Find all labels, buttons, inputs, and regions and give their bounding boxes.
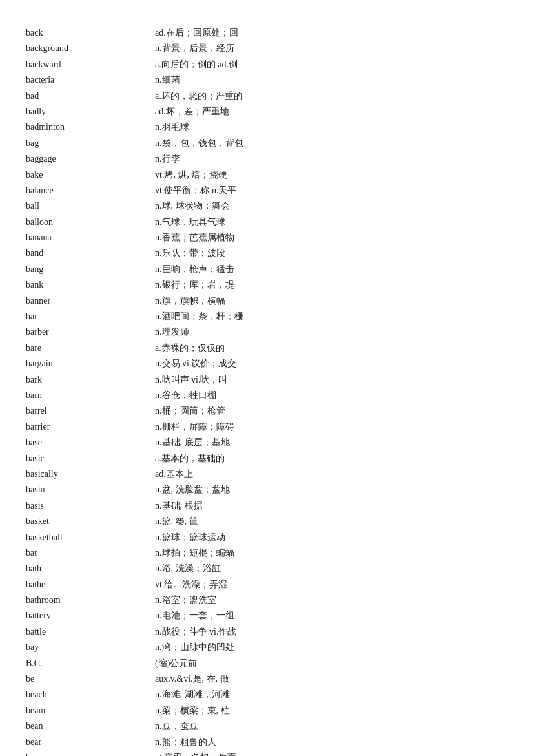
entry-word: barber bbox=[26, 325, 155, 339]
list-item: barreln.桶；圆筒；枪管 bbox=[26, 404, 508, 418]
entry-word: bargain bbox=[26, 357, 155, 371]
entry-definition: vt.使平衡；称 n.天平 bbox=[155, 184, 508, 198]
list-item: beaux.v.&vi.是, 在, 做 bbox=[26, 672, 508, 686]
entry-definition: n.桶；圆筒；枪管 bbox=[155, 404, 508, 418]
list-item: battlen.战役；斗争 vi.作战 bbox=[26, 625, 508, 639]
entry-word: bay bbox=[26, 640, 155, 655]
entry-word: beam bbox=[26, 704, 155, 718]
list-item: barbern.理发师 bbox=[26, 325, 508, 339]
entry-definition: n.基础, 根据 bbox=[155, 499, 508, 513]
list-item: barea.赤裸的；仅仅的 bbox=[26, 341, 508, 355]
entry-definition: n.谷仓；牲口棚 bbox=[155, 388, 508, 403]
list-item: beann.豆，蚕豆 bbox=[26, 719, 508, 733]
entry-word: banana bbox=[26, 231, 155, 245]
entry-word: bean bbox=[26, 719, 155, 733]
entry-definition: n.酒吧间；条，杆；栅 bbox=[155, 310, 508, 324]
entry-word: badminton bbox=[26, 120, 155, 134]
list-item: balln.球, 球状物；舞会 bbox=[26, 199, 508, 213]
entry-definition: a.基本的，基础的 bbox=[155, 452, 508, 466]
list-item: barkn.吠叫声 vi.吠，叫 bbox=[26, 373, 508, 387]
entry-definition: n.理发师 bbox=[155, 325, 508, 339]
entry-definition: ad.在后；回原处；回 bbox=[155, 26, 508, 40]
list-item: basen.基础, 底层；基地 bbox=[26, 436, 508, 450]
list-item: basinn.盆, 洗脸盆；盆地 bbox=[26, 483, 508, 497]
entry-definition: n.战役；斗争 vi.作战 bbox=[155, 625, 508, 639]
entry-word: bacteria bbox=[26, 73, 155, 87]
list-item: batn.球拍；短棍；蝙蝠 bbox=[26, 546, 508, 560]
entry-word: basically bbox=[26, 467, 155, 481]
entry-word: basis bbox=[26, 499, 155, 513]
entry-definition: n.电池；一套，一组 bbox=[155, 609, 508, 623]
list-item: backad.在后；回原处；回 bbox=[26, 26, 508, 40]
entry-word: bear bbox=[26, 735, 155, 750]
list-item: barnn.谷仓；牲口棚 bbox=[26, 388, 508, 403]
entry-word: baggage bbox=[26, 152, 155, 166]
entry-definition: n.熊；粗鲁的人 bbox=[155, 735, 508, 750]
list-item: bathn.浴, 洗澡；浴缸 bbox=[26, 562, 508, 576]
entry-word: bad bbox=[26, 89, 155, 103]
list-item: B.C.(缩)公元前 bbox=[26, 656, 508, 671]
entry-word: background bbox=[26, 41, 155, 56]
entry-word: basket bbox=[26, 514, 155, 529]
list-item: beamn.梁；横梁；束, 柱 bbox=[26, 704, 508, 718]
list-item: bargainn.交易 vi.议价；成交 bbox=[26, 357, 508, 371]
entry-definition: n.羽毛球 bbox=[155, 120, 508, 134]
entry-definition: n.豆，蚕豆 bbox=[155, 719, 508, 733]
list-item: bakevt.烤, 烘, 焙；烧硬 bbox=[26, 168, 508, 182]
entry-word: bear bbox=[26, 751, 155, 756]
entry-word: be bbox=[26, 672, 155, 686]
entry-word: basin bbox=[26, 483, 155, 497]
list-item: basica.基本的，基础的 bbox=[26, 452, 508, 466]
entry-word: barn bbox=[26, 388, 155, 403]
entry-word: battle bbox=[26, 625, 155, 639]
list-item: balloonn.气球，玩具气球 bbox=[26, 215, 508, 229]
entry-definition: a.向后的；倒的 ad.倒 bbox=[155, 58, 508, 72]
list-item: balancevt.使平衡；称 n.天平 bbox=[26, 184, 508, 198]
entry-word: bake bbox=[26, 168, 155, 182]
entry-word: bat bbox=[26, 546, 155, 560]
entry-definition: n.香蕉；芭蕉属植物 bbox=[155, 231, 508, 245]
entry-word: bag bbox=[26, 136, 155, 151]
entry-definition: n.吠叫声 vi.吠，叫 bbox=[155, 373, 508, 387]
list-item: backwarda.向后的；倒的 ad.倒 bbox=[26, 58, 508, 72]
list-item: bangn.巨响，枪声；猛击 bbox=[26, 262, 508, 277]
entry-definition: n.乐队；带；波段 bbox=[155, 246, 508, 260]
entry-definition: aux.v.&vi.是, 在, 做 bbox=[155, 672, 508, 686]
entry-word: badly bbox=[26, 105, 155, 119]
list-item: bathevt.给…洗澡；弄湿 bbox=[26, 578, 508, 592]
list-item: bandn.乐队；带；波段 bbox=[26, 246, 508, 260]
list-item: bagn.袋，包，钱包，背包 bbox=[26, 136, 508, 151]
entry-word: beach bbox=[26, 688, 155, 702]
list-item: basketballn.篮球；篮球运动 bbox=[26, 530, 508, 545]
entry-definition: n.基础, 底层；基地 bbox=[155, 436, 508, 450]
entry-definition: n.篮球；篮球运动 bbox=[155, 530, 508, 545]
list-item: bannern.旗，旗帜，横幅 bbox=[26, 294, 508, 308]
entry-word: ball bbox=[26, 199, 155, 213]
entry-word: base bbox=[26, 436, 155, 450]
entry-definition: n.巨响，枪声；猛击 bbox=[155, 262, 508, 277]
entry-word: battery bbox=[26, 609, 155, 623]
list-item: beachn.海滩, 湖滩，河滩 bbox=[26, 688, 508, 702]
entry-word: bang bbox=[26, 262, 155, 277]
entry-definition: a.赤裸的；仅仅的 bbox=[155, 341, 508, 355]
entry-definition: n.细菌 bbox=[155, 73, 508, 87]
entry-word: bathe bbox=[26, 578, 155, 592]
entry-definition: vt.烤, 烘, 焙；烧硬 bbox=[155, 168, 508, 182]
entry-word: bath bbox=[26, 562, 155, 576]
list-item: bayn.湾；山脉中的凹处 bbox=[26, 640, 508, 655]
entry-word: banner bbox=[26, 294, 155, 308]
entry-word: bark bbox=[26, 373, 155, 387]
entry-definition: n.行李 bbox=[155, 152, 508, 166]
list-item: basicallyad.基本上 bbox=[26, 467, 508, 481]
entry-word: barrel bbox=[26, 404, 155, 418]
entry-definition: n.浴, 洗澡；浴缸 bbox=[155, 562, 508, 576]
entry-definition: n.梁；横梁；束, 柱 bbox=[155, 704, 508, 718]
entry-word: bare bbox=[26, 341, 155, 355]
entry-word: back bbox=[26, 26, 155, 40]
list-item: barn.酒吧间；条，杆；栅 bbox=[26, 310, 508, 324]
entry-word: bar bbox=[26, 310, 155, 324]
entry-definition: ad.基本上 bbox=[155, 467, 508, 481]
entry-word: balloon bbox=[26, 215, 155, 229]
list-item: basisn.基础, 根据 bbox=[26, 499, 508, 513]
list-item: bankn.银行；库；岩，堤 bbox=[26, 278, 508, 292]
